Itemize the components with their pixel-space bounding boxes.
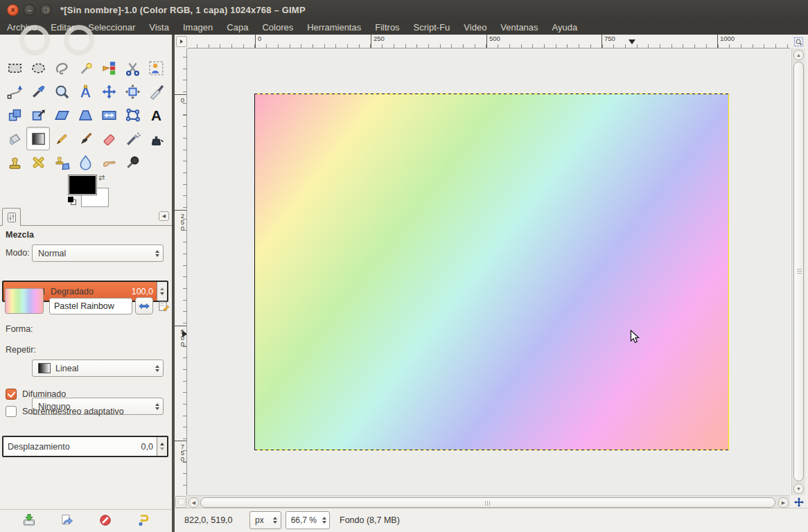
dither-checkrow: Difuminado [6, 389, 66, 400]
tool-text[interactable]: A [144, 103, 168, 127]
tool-shear[interactable] [50, 103, 73, 127]
collapse-dock-button[interactable]: ◀ [159, 211, 169, 221]
gradient-preview-button[interactable] [5, 288, 44, 314]
menu-imagen[interactable]: Imagen [176, 21, 220, 34]
horizontal-ruler[interactable]: 0 250 500 750 1000 [187, 35, 790, 48]
scroll-right-button[interactable]: ▶ [778, 497, 789, 508]
foreground-color-swatch[interactable] [69, 175, 96, 195]
offset-value: 0,0 [141, 442, 153, 452]
horizontal-scrollbar-thumb[interactable] [200, 497, 775, 508]
vertical-scrollbar[interactable]: ▲ ▼ [791, 48, 805, 495]
window-maximize-button[interactable]: ❑ [40, 4, 52, 16]
unit-combo[interactable]: px [249, 511, 281, 529]
tool-scissors-select[interactable] [121, 56, 144, 80]
shape-combo[interactable]: Lineal [32, 360, 164, 377]
window-minimize-button[interactable]: – [24, 4, 35, 16]
restore-options-button[interactable] [60, 513, 74, 529]
zoom-level-entry[interactable]: 66,7 % [286, 511, 330, 529]
layer-boundary [254, 94, 729, 450]
horizontal-scrollbar[interactable]: ◀ ▶ [187, 495, 790, 509]
canvas-viewport [187, 48, 790, 495]
vertical-ruler[interactable]: 0 250 500 750 [175, 48, 187, 495]
menu-script-fu[interactable]: Script-Fu [407, 21, 457, 34]
tool-eraser[interactable] [97, 127, 121, 150]
h-ruler-tick: 750 [601, 35, 615, 48]
tool-clone[interactable] [3, 150, 26, 174]
tool-rotate[interactable] [3, 103, 26, 127]
scroll-up-button[interactable]: ▲ [793, 50, 804, 60]
tool-pencil[interactable] [50, 127, 73, 150]
tool-measure[interactable] [73, 80, 97, 103]
supersample-label: Sobremuestreo adaptativo [22, 407, 124, 416]
tool-flip[interactable] [97, 103, 121, 127]
offset-spinner[interactable] [157, 437, 167, 456]
tool-scale[interactable] [26, 103, 50, 127]
reset-options-button[interactable] [137, 513, 150, 529]
tool-smudge[interactable] [97, 150, 121, 174]
tool-dodge-burn[interactable] [121, 150, 144, 174]
tool-bucket-fill[interactable] [3, 127, 26, 150]
menu-video[interactable]: Video [457, 21, 493, 34]
tool-align[interactable] [121, 80, 144, 103]
save-options-button[interactable] [22, 513, 36, 529]
tool-options-footer [0, 509, 172, 532]
tool-select-by-color[interactable] [97, 56, 121, 80]
menu-capa[interactable]: Capa [220, 21, 255, 34]
scroll-left-button[interactable]: ◀ [188, 497, 199, 508]
menu-ventanas[interactable]: Ventanas [493, 21, 545, 34]
tool-cage-transform[interactable] [121, 103, 144, 127]
tool-airbrush[interactable] [121, 127, 144, 150]
tool-color-picker[interactable] [26, 80, 50, 103]
dither-checkbox[interactable] [6, 389, 17, 400]
menu-colores[interactable]: Colores [255, 21, 300, 34]
wilber-decoration [64, 25, 94, 55]
menu-herramientas[interactable]: Herramientas [300, 21, 368, 34]
delete-options-button[interactable] [98, 513, 112, 529]
h-ruler-tick: 250 [371, 35, 385, 48]
swap-colors-icon[interactable]: ⇄ [98, 173, 105, 182]
tool-zoom[interactable] [50, 80, 73, 103]
reverse-icon [138, 301, 150, 311]
vertical-scrollbar-thumb[interactable] [793, 62, 804, 481]
edit-gradient-button[interactable] [157, 299, 170, 313]
default-colors-icon[interactable] [68, 197, 77, 206]
tool-blur-sharpen[interactable] [73, 150, 97, 174]
pointer-coordinates: 822,0, 519,0 [184, 515, 247, 525]
supersample-checkbox[interactable] [6, 406, 17, 417]
h-ruler-tick: 0 [255, 35, 261, 48]
tool-free-select[interactable] [50, 56, 73, 80]
image-menu-button[interactable] [176, 36, 187, 47]
quick-mask-toggle[interactable] [175, 496, 186, 508]
tab-tool-options[interactable] [2, 208, 21, 226]
gradient-name-entry[interactable]: Pastel Rainbow [49, 298, 132, 314]
menu-bar: Archivo Editar Seleccionar Vista Imagen … [0, 19, 808, 35]
tool-ellipse-select[interactable] [26, 56, 50, 80]
tool-move[interactable] [97, 80, 121, 103]
canvas-image[interactable] [255, 94, 728, 450]
window-close-button[interactable]: × [7, 4, 19, 16]
tool-perspective[interactable] [73, 103, 97, 127]
navigation-button[interactable] [792, 496, 806, 508]
tool-rectangle-select[interactable] [3, 56, 26, 80]
supersample-checkrow: Sobremuestreo adaptativo [6, 406, 124, 417]
zoom-follow-window-toggle[interactable] [791, 35, 805, 48]
tool-heal[interactable] [26, 150, 50, 174]
reverse-gradient-button[interactable] [135, 297, 153, 314]
tool-blend[interactable] [26, 127, 50, 150]
tool-perspective-clone[interactable] [50, 150, 73, 174]
mode-combo[interactable]: Normal [32, 245, 164, 262]
menu-vista[interactable]: Vista [142, 21, 176, 34]
opacity-spinner[interactable] [157, 282, 167, 301]
tool-foreground-select[interactable] [144, 56, 168, 80]
tool-ink[interactable] [144, 127, 168, 150]
tool-fuzzy-select[interactable] [73, 56, 97, 80]
scroll-down-button[interactable]: ▼ [793, 484, 804, 494]
tool-paths[interactable] [3, 80, 26, 103]
mouse-cursor [629, 330, 640, 344]
menu-ayuda[interactable]: Ayuda [545, 21, 585, 34]
tool-paintbrush[interactable] [73, 127, 97, 150]
shape-label: Forma: [6, 324, 33, 334]
menu-filtros[interactable]: Filtros [368, 21, 406, 34]
tool-crop[interactable] [144, 80, 168, 103]
offset-slider[interactable]: Desplazamiento 0,0 [2, 436, 168, 457]
